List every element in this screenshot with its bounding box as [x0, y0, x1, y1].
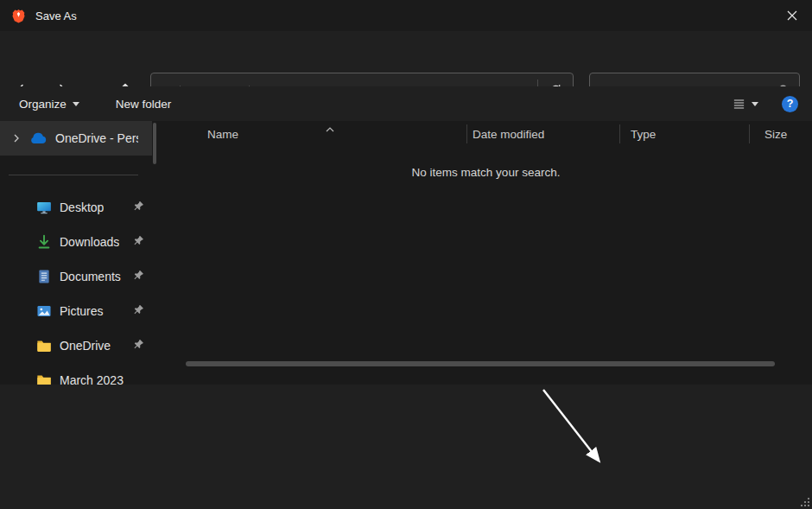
- content-area: OneDrive - Perso Desktop Downloads Docum…: [0, 121, 812, 385]
- chevron-right-icon[interactable]: [12, 134, 21, 143]
- pin-icon: [133, 200, 144, 214]
- onedrive-cloud-icon: [29, 132, 48, 144]
- bottom-panel: File name: DirectX_11_Setup Save as type…: [0, 385, 812, 509]
- column-label: Type: [631, 128, 656, 141]
- column-header-size[interactable]: Size: [764, 121, 787, 147]
- sidebar-item-documents[interactable]: Documents: [0, 259, 152, 294]
- sidebar-item-downloads[interactable]: Downloads: [0, 225, 152, 259]
- sidebar-item-march-2023[interactable]: March 2023: [0, 363, 152, 385]
- caret-down-icon: [73, 102, 79, 106]
- column-header-date-modified[interactable]: Date modified: [473, 121, 544, 147]
- window-title: Save As: [35, 10, 77, 22]
- details-view-icon: [732, 98, 746, 111]
- documents-icon: [36, 269, 52, 284]
- pin-icon: [133, 304, 144, 318]
- caret-down-icon: [752, 102, 758, 106]
- help-label: ?: [787, 98, 794, 110]
- navigation-bar: Desktop March 2023: [0, 31, 812, 86]
- toolbar: Organize New folder ?: [0, 86, 812, 121]
- sidebar-item-onedrive-folder[interactable]: OneDrive: [0, 328, 152, 363]
- sidebar-item-desktop[interactable]: Desktop: [0, 190, 152, 225]
- column-label: Size: [764, 128, 787, 141]
- column-header-name[interactable]: Name: [207, 121, 238, 147]
- organize-label: Organize: [19, 98, 67, 111]
- pin-icon: [133, 235, 144, 249]
- empty-results-message: No items match your search.: [160, 166, 812, 179]
- organize-button[interactable]: Organize: [11, 92, 87, 116]
- sidebar-item-pictures[interactable]: Pictures: [0, 294, 152, 328]
- folder-icon: [36, 338, 52, 353]
- sidebar-item-label: OneDrive: [60, 339, 111, 353]
- column-separator[interactable]: [749, 124, 750, 143]
- close-button[interactable]: [772, 0, 812, 31]
- sidebar-item-onedrive-personal[interactable]: OneDrive - Perso: [0, 121, 152, 156]
- horizontal-scrollbar[interactable]: [186, 361, 775, 366]
- column-label: Date modified: [473, 128, 544, 141]
- sidebar-item-label: March 2023: [60, 373, 124, 385]
- desktop-icon: [36, 200, 52, 215]
- sidebar-divider: [9, 175, 138, 175]
- column-header-type[interactable]: Type: [631, 121, 656, 147]
- sidebar-item-label: OneDrive - Perso: [55, 131, 138, 145]
- column-separator[interactable]: [619, 124, 620, 143]
- column-label: Name: [207, 128, 238, 141]
- sidebar-item-label: Desktop: [60, 200, 104, 214]
- sidebar-scrollbar[interactable]: [153, 123, 156, 164]
- sidebar-item-label: Downloads: [60, 235, 119, 249]
- folder-icon: [36, 372, 52, 385]
- column-separator[interactable]: [466, 124, 467, 143]
- sidebar-item-label: Pictures: [60, 304, 104, 318]
- help-button[interactable]: ?: [782, 96, 798, 112]
- view-options-button[interactable]: [724, 92, 766, 116]
- pictures-icon: [36, 303, 52, 319]
- new-folder-button[interactable]: New folder: [108, 92, 180, 116]
- pin-icon: [133, 270, 144, 283]
- resize-grip[interactable]: [800, 497, 810, 507]
- sort-ascending-icon: [326, 122, 334, 135]
- new-folder-label: New folder: [116, 98, 172, 111]
- brave-icon: [11, 9, 26, 23]
- titlebar: Save As: [0, 0, 812, 31]
- sidebar-item-label: Documents: [60, 270, 121, 283]
- file-list: Name Date modified Type Size No items ma…: [160, 121, 812, 385]
- pin-icon: [133, 339, 144, 353]
- downloads-icon: [36, 234, 52, 250]
